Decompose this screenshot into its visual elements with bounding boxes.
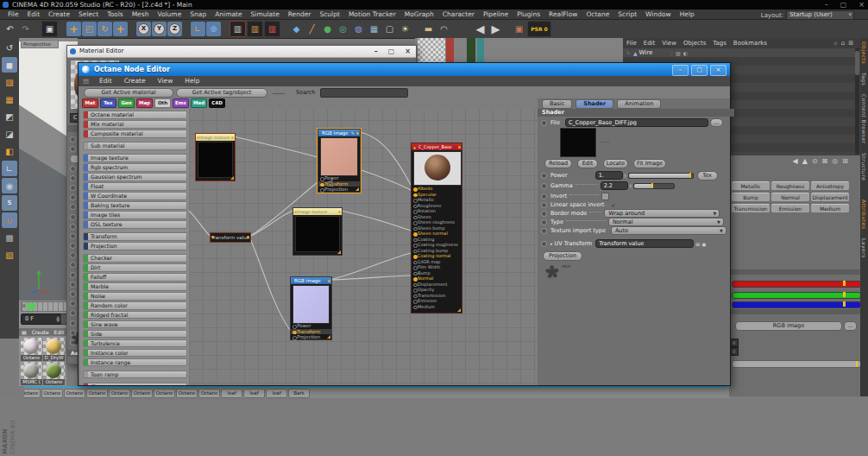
- rotate-tool-icon[interactable]: ↻: [97, 22, 112, 36]
- primitive-cube-icon[interactable]: ◆: [289, 22, 304, 36]
- node-type-item[interactable]: Float: [83, 182, 187, 191]
- node-type-item[interactable]: Mix material: [83, 120, 187, 129]
- material-thumbnail[interactable]: Octane: [43, 362, 65, 385]
- maximize-button[interactable]: ▢: [691, 65, 708, 76]
- file-browse-button[interactable]: ...: [710, 118, 723, 127]
- shader-browse-button[interactable]: ...: [844, 321, 857, 331]
- material-tab[interactable]: Octane: [131, 389, 153, 398]
- tex-button[interactable]: Tex: [697, 171, 718, 180]
- filter-chip[interactable]: Tex: [100, 98, 116, 108]
- menu-item[interactable]: Motion Tracker: [344, 10, 400, 19]
- live-selection-icon[interactable]: ▣: [41, 21, 58, 37]
- projection-button[interactable]: Projection: [543, 251, 582, 261]
- input-port-dot[interactable]: [197, 136, 199, 139]
- menu-item[interactable]: Character: [438, 10, 479, 19]
- menu-item[interactable]: Mesh: [128, 10, 154, 19]
- menu-item[interactable]: Volume: [153, 10, 186, 19]
- material-channel-button[interactable]: Displacement: [811, 193, 849, 202]
- node-type-item[interactable]: Checker: [83, 254, 187, 263]
- back-icon[interactable]: ◀: [793, 157, 798, 165]
- maximize-button[interactable]: ▢: [388, 46, 395, 57]
- edges-mode-icon[interactable]: ◪: [2, 126, 17, 142]
- menu-item[interactable]: Sculpt: [315, 10, 343, 19]
- tab-animation[interactable]: Animation: [617, 99, 661, 109]
- material-channel-button[interactable]: Normal: [771, 193, 809, 202]
- edit-button[interactable]: Edit: [577, 159, 598, 168]
- material-create-menu[interactable]: Create: [32, 328, 49, 336]
- node-graph-canvas[interactable]: Image texture RGB image✎ PowerTransformP…: [189, 109, 538, 383]
- material-thumbnail[interactable]: Octane: [21, 338, 42, 361]
- tab-basic[interactable]: Basic: [542, 99, 572, 109]
- close-button[interactable]: ×: [405, 46, 411, 57]
- node-type-item[interactable]: Composite material: [83, 130, 187, 138]
- light-icon[interactable]: ☀: [398, 22, 412, 36]
- texture-tag-icon[interactable]: ▨: [676, 50, 681, 56]
- power-value[interactable]: 1.: [595, 171, 623, 180]
- input-port-dot[interactable]: [294, 211, 297, 213]
- close-button[interactable]: ×: [710, 65, 726, 76]
- menu-item[interactable]: Pipeline: [479, 10, 513, 19]
- material-channel-button[interactable]: Bump: [732, 193, 770, 202]
- node-type-item[interactable]: Transform: [83, 232, 187, 241]
- menu-item[interactable]: Edit: [23, 10, 45, 19]
- move-tool-icon[interactable]: +: [66, 22, 81, 36]
- object-manager-menu-item[interactable]: Bookmarks: [730, 38, 771, 48]
- node-type-item[interactable]: Turbulence: [83, 339, 187, 348]
- node-editor-titlebar[interactable]: Octane Node Editor – ▢ ×: [79, 63, 730, 76]
- node-type-item[interactable]: Rgb spectrum: [83, 163, 187, 172]
- close-button[interactable]: ×: [859, 0, 865, 10]
- minimize-button[interactable]: –: [672, 65, 689, 76]
- node-type-item[interactable]: Instance range: [83, 358, 187, 367]
- node-type-item[interactable]: Random color: [83, 301, 187, 310]
- node-type-item[interactable]: Clamp texture: [83, 383, 187, 385]
- object-manager-scrollbar[interactable]: [855, 49, 859, 155]
- menu-item[interactable]: Octane: [582, 10, 613, 19]
- gamma-value[interactable]: 2.2: [601, 181, 628, 190]
- psr-reset-icon[interactable]: PSR 0: [527, 21, 551, 37]
- material-channel-button[interactable]: Emission: [771, 204, 809, 213]
- image-texture-node[interactable]: Image texture: [195, 133, 236, 181]
- panel-icon[interactable]: ⊞: [848, 38, 853, 48]
- mix-strength-slider[interactable]: [732, 360, 861, 368]
- material-tab[interactable]: Octane: [109, 389, 130, 398]
- node-type-item[interactable]: Dirt: [83, 263, 187, 272]
- node-editor-menu-item[interactable]: Edit: [93, 76, 118, 86]
- material-tab[interactable]: leaf: [243, 389, 265, 398]
- image-texture-node[interactable]: Image texture: [292, 207, 343, 256]
- border-mode-select[interactable]: Wrap around▼: [604, 209, 720, 218]
- node-type-item[interactable]: Sub material: [83, 142, 187, 150]
- generator-icon[interactable]: ◎: [336, 22, 350, 36]
- material-tab[interactable]: leaf: [221, 389, 242, 398]
- pick-icon[interactable]: ◉: [701, 241, 706, 247]
- prev-frame-icon[interactable]: ◀: [473, 22, 487, 36]
- power-slider[interactable]: [628, 173, 694, 179]
- points-mode-icon[interactable]: ◩: [2, 109, 17, 124]
- node-type-item[interactable]: OSL texture: [83, 220, 187, 229]
- node-type-item[interactable]: Toon ramp: [83, 370, 187, 379]
- node-type-item[interactable]: Marble: [83, 282, 187, 291]
- menu-item[interactable]: RealFlow: [544, 10, 582, 19]
- panel-tab[interactable]: Tags: [861, 73, 867, 86]
- material-channel-button[interactable]: Roughness: [771, 181, 809, 191]
- subdivision-icon[interactable]: ●: [320, 22, 335, 36]
- scale-tool-icon[interactable]: ◰: [82, 22, 97, 36]
- world-grid-icon[interactable]: ⊕: [206, 22, 221, 36]
- node-editor-menu-item[interactable]: Create: [118, 76, 152, 86]
- get-active-material-button[interactable]: Get Active material: [84, 88, 173, 98]
- filter-chip[interactable]: Ems: [173, 98, 189, 108]
- material-channel-button[interactable]: Anisotropy: [811, 181, 849, 191]
- redo-icon[interactable]: ↷: [18, 22, 33, 36]
- green-channel-slider[interactable]: [732, 292, 861, 299]
- node-type-item[interactable]: Falloff: [83, 273, 187, 282]
- output-port-dot[interactable]: [231, 136, 234, 139]
- filter-chip[interactable]: Gen: [118, 98, 135, 108]
- texture-mode-icon[interactable]: ▨: [2, 74, 17, 90]
- sky-icon[interactable]: ◠: [437, 22, 451, 36]
- node-type-item[interactable]: Side: [83, 330, 187, 339]
- history-icon[interactable]: ◎: [832, 157, 838, 165]
- filter-chip[interactable]: Mat: [82, 98, 98, 108]
- output-port-dot[interactable]: [338, 211, 341, 213]
- mograph-array-icon[interactable]: ▦: [367, 22, 381, 36]
- uv-transform-field[interactable]: Transform value: [595, 239, 694, 248]
- node-type-item[interactable]: Instance color: [83, 349, 187, 358]
